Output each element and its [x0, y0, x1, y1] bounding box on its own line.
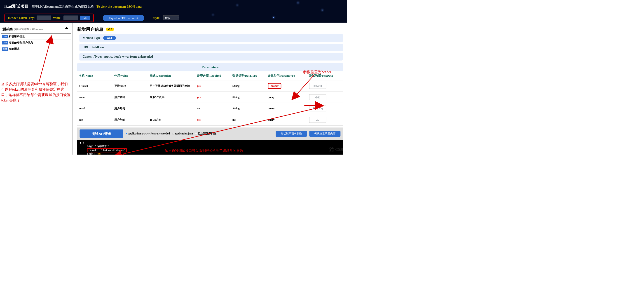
- resp-msg-key: msg:: [87, 145, 94, 148]
- api-title: 新增用户信息: [77, 26, 104, 32]
- watermark-text: 亿速云: [336, 148, 344, 151]
- tree-response-button[interactable]: 树状展示响应内容: [309, 131, 340, 137]
- cell-datatype: String: [231, 92, 266, 103]
- tree-request-button[interactable]: 树状展示请求参数: [276, 131, 307, 137]
- resp-result-highlight: result: "lekwnddfekwes": [87, 148, 127, 152]
- checkbox-stopdeep-input[interactable]: [196, 133, 197, 134]
- cell-value: 用户名称: [113, 92, 148, 103]
- sidebar-item[interactable]: GET 根据ID获取用户信息: [1, 40, 71, 46]
- content-type-row: Content Type: application/x-www-form-url…: [79, 53, 343, 60]
- cell-required: yes: [196, 92, 231, 103]
- token-value-label: value:: [53, 16, 62, 20]
- annotation-left: 当很多接口调试需要token令牌验证，我们可以把token的属性名和属性值锁定在…: [1, 81, 70, 103]
- token-edit-button[interactable]: edit: [80, 16, 90, 20]
- app-subtitle: 基于LKADocument工具自动生成的接口文档: [32, 5, 94, 9]
- table-row: age 用户年龄 18-30之间 yes int query: [77, 114, 343, 125]
- app-title: lkad测试项目: [4, 4, 29, 9]
- cell-datatype: String: [231, 103, 266, 114]
- sidebar: 测试类 该类用来测试LKADocument GET 新增用户信息 GET 根据I…: [0, 23, 73, 155]
- cell-paramtype: query: [266, 114, 308, 125]
- col-description: 描述/Description: [148, 71, 195, 80]
- version-badge: v1.0: [106, 28, 114, 31]
- export-pdf-button[interactable]: Export to PDF document: [103, 15, 144, 21]
- cell-required: yes: [196, 80, 231, 92]
- token-value-input[interactable]: [64, 15, 78, 20]
- cell-name: email: [77, 103, 113, 114]
- watermark: 亿速云: [329, 147, 344, 152]
- cell-datatype: int: [231, 114, 266, 125]
- col-paramtype: 参数类型/ParamType: [266, 71, 308, 80]
- method-badge: GET: [2, 35, 8, 38]
- response-box: ▼ { msg: "保存成功" , result: "lekwnddfekwes…: [77, 140, 343, 155]
- cell-desc: [148, 103, 195, 114]
- radio-json-input[interactable]: [172, 133, 174, 134]
- sidebar-group-desc: 该类用来测试LKADocument: [14, 28, 43, 31]
- sidebar-item[interactable]: GET hello测试: [1, 46, 71, 52]
- cell-datatype: String: [231, 80, 266, 92]
- view-json-link[interactable]: To view the document JSON data: [96, 5, 142, 9]
- cell-desc: 用户登录成功后服务器返回的令牌: [148, 80, 195, 92]
- content-type-label: Content Type:: [82, 55, 102, 59]
- testdata-input[interactable]: [309, 83, 326, 89]
- resp-code-val: 200: [97, 152, 102, 155]
- cell-testdata: [308, 114, 343, 125]
- annotation-top-right: 参数位置为header: [303, 70, 331, 75]
- sidebar-item-label: hello测试: [8, 47, 20, 51]
- resp-result-val: "lekwnddfekwes": [101, 149, 125, 152]
- cell-value: 登录token: [113, 80, 148, 92]
- resp-code-key: code:: [87, 152, 95, 155]
- testdata-input[interactable]: [309, 117, 326, 123]
- checkbox-stopdeep-label: 阻止深度序列化: [198, 132, 216, 136]
- col-required: 是否必须/Required: [196, 71, 231, 80]
- col-name: 名称/Name: [77, 71, 113, 80]
- content-type-json-radio[interactable]: application/json: [172, 132, 193, 135]
- cell-desc: 18-30之间: [148, 114, 195, 125]
- bg-star: [213, 15, 213, 15]
- cell-value: 用户邮箱: [113, 103, 148, 114]
- stop-deep-checkbox[interactable]: 阻止深度序列化: [196, 132, 216, 136]
- cell-paramtype: query: [266, 103, 308, 114]
- cell-paramtype: header: [266, 80, 308, 92]
- cell-name: x_token: [77, 80, 113, 92]
- cell-desc: 最多5个汉字: [148, 92, 195, 103]
- sidebar-item[interactable]: GET 新增用户信息: [1, 34, 71, 40]
- bg-star: [298, 3, 298, 3]
- token-label: Header Token: [8, 16, 27, 20]
- paramtype-highlight: header: [268, 83, 282, 89]
- testdata-input[interactable]: [309, 106, 326, 111]
- resp-msg-val: "保存成功": [95, 145, 109, 148]
- radio-json-label: application/json: [174, 132, 193, 135]
- table-row: name 用户名称 最多5个汉字 yes String query: [77, 92, 343, 103]
- test-api-button[interactable]: 测试API请求: [80, 130, 123, 138]
- content-type-form-radio[interactable]: application/x-www-form-urlencoded: [126, 132, 170, 135]
- style-select[interactable]: 树状: [163, 15, 179, 20]
- token-key-label: key:: [29, 16, 35, 20]
- token-key-input[interactable]: [36, 15, 51, 20]
- radio-form-input[interactable]: [126, 133, 128, 134]
- method-badge: GET: [2, 41, 8, 45]
- method-type-label: Method Type:: [82, 36, 102, 40]
- col-value: 作用/Value: [113, 71, 148, 80]
- cell-required: no: [196, 103, 231, 114]
- sidebar-item-label: 根据ID获取用户信息: [8, 41, 33, 45]
- bg-star: [273, 17, 274, 18]
- col-datatype: 数据类型/DataType: [231, 71, 266, 80]
- sidebar-item-label: 新增用户信息: [8, 35, 24, 39]
- radio-form-label: application/x-www-form-urlencoded: [128, 132, 170, 135]
- table-row: email 用户邮箱 no String query: [77, 103, 343, 114]
- top-bar: lkad测试项目 基于LKADocument工具自动生成的接口文档 To vie…: [0, 0, 347, 23]
- resp-result-key: result:: [88, 149, 100, 152]
- main-panel: 新增用户信息 v1.0 Method Type: GET URL: /addUs…: [73, 23, 347, 155]
- url-row: URL: /addUser: [79, 44, 343, 51]
- collapse-up-icon[interactable]: [65, 27, 69, 29]
- content-type-value: application/x-www-form-urlencoded: [104, 55, 153, 59]
- cell-paramtype: query: [266, 92, 308, 103]
- annotation-bottom: 这里通过调试接口可以看到已经拿到了请求头的参数: [165, 148, 243, 153]
- testdata-input[interactable]: [309, 94, 326, 100]
- cell-testdata: [308, 92, 343, 103]
- sidebar-group-header[interactable]: 测试类 该类用来测试LKADocument: [1, 25, 71, 34]
- cell-value: 用户年龄: [113, 114, 148, 125]
- header-token-box: Header Token key: value: edit: [4, 14, 94, 22]
- bg-star: [322, 10, 322, 11]
- cell-testdata: [308, 103, 343, 114]
